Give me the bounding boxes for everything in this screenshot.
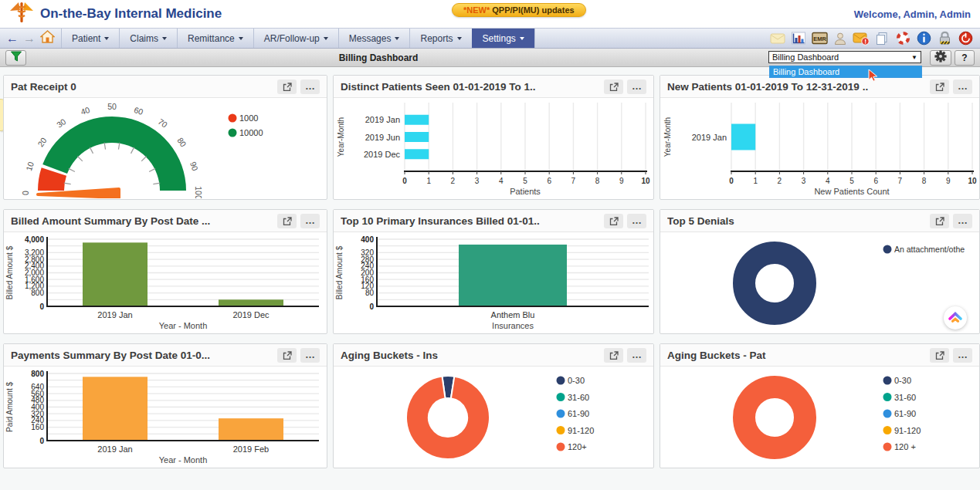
nav-item-ar-follow-up[interactable]: AR/Follow-up xyxy=(253,29,338,48)
export-icon[interactable] xyxy=(930,214,949,228)
chevron-down-icon xyxy=(395,37,399,40)
svg-text:Year - Month: Year - Month xyxy=(159,321,208,330)
user-icon[interactable] xyxy=(832,31,849,46)
emr-icon[interactable]: EMR xyxy=(811,31,828,46)
dashboard-select-option[interactable]: Billing Dashboard xyxy=(770,66,921,77)
more-icon[interactable]: … xyxy=(627,348,646,363)
more-icon[interactable]: … xyxy=(300,348,320,363)
svg-text:10: 10 xyxy=(968,177,977,185)
svg-text:4: 4 xyxy=(826,177,830,185)
more-icon[interactable]: … xyxy=(300,214,320,228)
copy-icon[interactable] xyxy=(873,31,890,46)
nav-icon-tray: EMR xyxy=(769,29,980,48)
billing-dashboard-page: On-the-Bay Internal Medicine *NEW* QPP/P… xyxy=(0,0,980,490)
svg-text:0: 0 xyxy=(369,302,374,311)
panel-title: Aging Buckets - Pat xyxy=(667,350,766,361)
support-icon[interactable] xyxy=(894,31,911,46)
mail-alert-icon[interactable] xyxy=(853,31,870,46)
svg-text:An attachment/othe: An attachment/othe xyxy=(894,245,965,254)
gauge-chart-pat-receipt: 0102030405060708090100100010000 xyxy=(4,98,327,198)
main-nav: ← → Patient Claims Remittance AR/Follow-… xyxy=(0,28,980,49)
panel-new-patients: New Patients 01-01-2019 To 12-31-2019 ..… xyxy=(660,75,980,200)
more-icon[interactable]: … xyxy=(953,214,972,228)
panel-distinct-patients: Distinct Patients Seen 01-01-2019 To 1..… xyxy=(333,75,654,200)
app-header: On-the-Bay Internal Medicine *NEW* QPP/P… xyxy=(0,0,980,28)
panel-pat-receipt: Pat Receipt 0 … 010203040506070809010010… xyxy=(3,75,327,200)
svg-text:9: 9 xyxy=(946,177,951,185)
dashboard-select[interactable]: Billing Dashboard ▼ xyxy=(768,51,921,63)
panel-top-insurances: Top 10 Primary Insurances Billed 01-01..… xyxy=(333,209,654,334)
svg-text:0: 0 xyxy=(402,177,407,185)
more-icon[interactable]: … xyxy=(300,79,320,94)
donut-chart-top-denials: An attachment/othe xyxy=(660,232,979,333)
export-icon[interactable] xyxy=(604,214,623,228)
nav-item-patient[interactable]: Patient xyxy=(61,29,119,48)
donut-chart-aging-pat: 0-3031-6061-9091-120120 + xyxy=(660,367,979,467)
svg-text:2019 Jan: 2019 Jan xyxy=(97,444,132,454)
more-icon[interactable]: … xyxy=(953,79,972,94)
svg-text:800: 800 xyxy=(31,289,44,297)
svg-text:61-90: 61-90 xyxy=(894,409,916,418)
nav-item-reports[interactable]: Reports xyxy=(409,29,471,48)
svg-text:5: 5 xyxy=(849,177,854,185)
svg-text:5: 5 xyxy=(523,177,527,185)
svg-text:8: 8 xyxy=(922,177,927,185)
home-icon[interactable] xyxy=(40,30,55,46)
panel-title: Distinct Patients Seen 01-01-2019 To 1.. xyxy=(341,81,536,93)
export-icon[interactable] xyxy=(277,348,297,363)
svg-text:2019 Jan: 2019 Jan xyxy=(97,310,132,319)
svg-text:9: 9 xyxy=(619,177,624,185)
help-button[interactable]: ? xyxy=(955,50,975,66)
chevron-down-icon xyxy=(520,37,524,40)
export-icon[interactable] xyxy=(604,348,623,363)
svg-text:Paid Amount $: Paid Amount $ xyxy=(5,382,14,432)
svg-text:Billed Amount $: Billed Amount $ xyxy=(335,245,344,299)
chevron-down-icon xyxy=(457,37,462,40)
svg-text:EMR: EMR xyxy=(813,35,826,42)
dashboard-select-value: Billing Dashboard xyxy=(772,52,839,62)
nav-item-messages[interactable]: Messages xyxy=(338,29,410,48)
inactive-mail-icon[interactable] xyxy=(769,31,786,46)
qpp-updates-banner[interactable]: *NEW* QPP/PI(MU) updates xyxy=(452,3,586,17)
export-icon[interactable] xyxy=(277,214,297,228)
chevron-down-icon xyxy=(324,37,328,40)
svg-text:Insurances: Insurances xyxy=(492,321,534,330)
svg-text:Year - Month: Year - Month xyxy=(159,455,208,465)
nav-item-claims[interactable]: Claims xyxy=(119,29,177,48)
more-icon[interactable]: … xyxy=(627,214,646,228)
filter-funnel-icon xyxy=(10,51,22,65)
lock-icon[interactable] xyxy=(936,31,953,46)
svg-text:Patients: Patients xyxy=(510,187,541,196)
info-icon[interactable] xyxy=(915,31,932,46)
panel-aging-buckets-pat: Aging Buckets - Pat … 0-3031-6061-9091-1… xyxy=(660,343,980,468)
panel-title: Payments Summary By Post Date 01-0... xyxy=(11,350,210,361)
svg-text:4: 4 xyxy=(499,177,504,185)
svg-text:30: 30 xyxy=(55,117,68,130)
filter-button[interactable] xyxy=(5,50,26,66)
nav-item-settings[interactable]: Settings xyxy=(472,29,535,48)
svg-text:6: 6 xyxy=(873,177,878,185)
export-icon[interactable] xyxy=(277,79,297,94)
export-icon[interactable] xyxy=(604,79,623,94)
svg-text:0: 0 xyxy=(21,191,30,195)
svg-text:120 +: 120 + xyxy=(894,442,916,451)
clickup-badge-icon[interactable] xyxy=(944,306,967,329)
back-arrow-icon[interactable]: ← xyxy=(6,32,19,45)
select-caret-icon: ▼ xyxy=(911,54,921,61)
export-icon[interactable] xyxy=(930,348,949,363)
panel-title: Billed Amount Summary By Post Date ... xyxy=(11,215,210,227)
svg-text:31-60: 31-60 xyxy=(568,393,589,402)
brand: On-the-Bay Internal Medicine xyxy=(9,1,222,27)
svg-text:3: 3 xyxy=(475,177,480,185)
export-icon[interactable] xyxy=(930,79,949,94)
settings-gear-button[interactable] xyxy=(930,50,951,66)
forward-arrow-icon[interactable]: → xyxy=(23,32,36,45)
nav-item-remittance[interactable]: Remittance xyxy=(177,29,253,48)
more-icon[interactable]: … xyxy=(627,79,646,94)
power-icon[interactable] xyxy=(957,31,974,46)
bar-chart-new-patients: 2019 Jan012345678910New Patients CountYe… xyxy=(660,98,979,198)
svg-text:Billed Amount $: Billed Amount $ xyxy=(5,245,14,299)
chevron-down-icon xyxy=(162,37,167,40)
more-icon[interactable]: … xyxy=(953,348,972,363)
chart-icon[interactable] xyxy=(790,31,807,46)
